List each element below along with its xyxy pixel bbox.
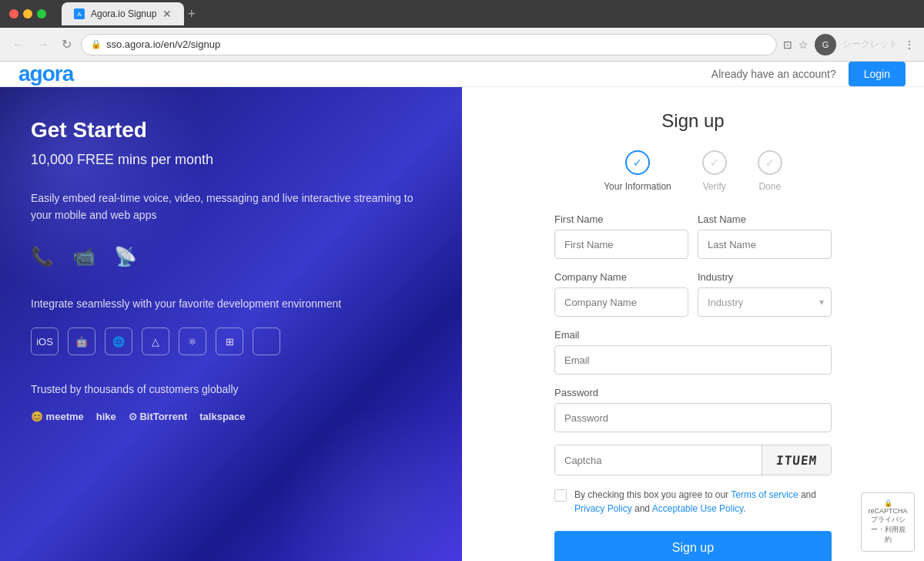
email-label: Email: [554, 329, 832, 341]
step-circle-1: ✓: [625, 150, 650, 175]
tab-bar: A Agora.io Signup ✕ +: [62, 2, 915, 25]
captcha-input[interactable]: [555, 445, 762, 475]
step-circle-2: ✓: [702, 150, 727, 175]
last-name-group: Last Name: [698, 213, 832, 259]
industry-group: Industry Industry Technology Finance Hea…: [698, 271, 832, 317]
signup-title: Sign up: [661, 110, 724, 132]
free-mins-text: 10,000 FREE mins per month: [31, 152, 431, 168]
step-label-3: Done: [758, 181, 781, 192]
platform-icons: iOS 🤖 🌐 △ ⚛ ⊞: [31, 328, 431, 355]
right-panel: Sign up ✓ Your Information ✓ Verify ✓ Do…: [462, 87, 924, 561]
terms-link[interactable]: Terms of service: [731, 489, 798, 500]
phone-icon: 📞: [31, 246, 54, 267]
first-name-input[interactable]: [554, 230, 688, 259]
left-content: Get Started 10,000 FREE mins per month E…: [31, 118, 431, 422]
terms-text: By checking this box you agree to our Te…: [574, 488, 832, 516]
bookmark-icon[interactable]: ☆: [798, 39, 808, 51]
address-bar[interactable]: 🔒 sso.agora.io/en/v2/signup: [81, 34, 777, 55]
tab-label: Agora.io Signup: [91, 8, 156, 19]
step-label-1: Your Information: [604, 181, 671, 192]
recaptcha-icon: 🔒: [868, 499, 908, 507]
password-group: Password: [554, 387, 832, 432]
captcha-text: ITUEM: [775, 453, 818, 468]
trusted-text: Trusted by thousands of customers global…: [31, 383, 431, 395]
web-icon: 🌐: [105, 328, 132, 355]
period: .: [743, 503, 745, 514]
talkspace-logo: talkspace: [199, 411, 245, 422]
step-label-2: Verify: [703, 181, 726, 192]
content: Get Started 10,000 FREE mins per month E…: [0, 87, 924, 561]
incognito-label: シークレット: [842, 38, 898, 51]
email-input[interactable]: [554, 345, 832, 375]
minimize-button[interactable]: [23, 9, 32, 18]
checkbox-prefix: By checking this box you agree to our: [574, 489, 731, 500]
new-tab-button[interactable]: +: [187, 6, 196, 22]
company-name-label: Company Name: [554, 271, 688, 283]
acceptable-link[interactable]: Acceptable Use Policy: [652, 503, 744, 514]
password-label: Password: [554, 387, 832, 398]
terms-checkbox-row: By checking this box you agree to our Te…: [554, 488, 832, 516]
step-done: ✓ Done: [758, 150, 782, 192]
name-row: First Name Last Name: [554, 213, 832, 259]
broadcast-icon: 📡: [114, 246, 137, 267]
menu-icon[interactable]: ⋮: [904, 39, 915, 51]
lock-icon: 🔒: [91, 39, 102, 49]
active-tab[interactable]: A Agora.io Signup ✕: [62, 2, 184, 25]
and-text: and: [798, 489, 816, 500]
app: agora Already have an account? Login Get…: [0, 62, 924, 561]
last-name-input[interactable]: [698, 230, 832, 259]
meetme-logo: 😊 meetme: [31, 411, 84, 422]
left-panel: Get Started 10,000 FREE mins per month E…: [0, 87, 462, 561]
partner-logos: 😊 meetme hike ⊙ BitTorrent talkspace: [31, 411, 431, 422]
profile-button[interactable]: G: [815, 34, 836, 55]
captcha-row: ITUEM: [554, 445, 832, 475]
company-name-input[interactable]: [554, 287, 688, 317]
industry-select[interactable]: Industry Technology Finance Healthcare E…: [698, 287, 832, 317]
and2-text: and: [632, 503, 652, 514]
company-name-group: Company Name: [554, 271, 688, 317]
industry-select-wrapper: Industry Technology Finance Healthcare E…: [698, 287, 832, 317]
ios-icon: iOS: [31, 328, 59, 355]
app-header: agora Already have an account? Login: [0, 62, 924, 87]
first-name-label: First Name: [554, 213, 688, 225]
url-text: sso.agora.io/en/v2/signup: [106, 39, 767, 50]
recaptcha-text: reCAPTCHAプライバシー・利用規約: [868, 507, 908, 545]
windows-icon: ⊞: [216, 328, 243, 355]
header-right: Already have an account? Login: [711, 62, 906, 86]
captcha-image: ITUEM: [762, 445, 831, 475]
password-input[interactable]: [554, 403, 832, 432]
maximize-button[interactable]: [37, 9, 46, 18]
terms-checkbox[interactable]: [554, 489, 567, 502]
android-icon: 🤖: [68, 328, 95, 355]
step-verify: ✓ Verify: [702, 150, 727, 192]
privacy-link[interactable]: Privacy Policy: [574, 503, 632, 514]
feature-icons: 📞 📹 📡: [31, 246, 431, 267]
login-button[interactable]: Login: [849, 62, 906, 86]
traffic-lights: [9, 9, 46, 18]
signup-form: First Name Last Name Company Name: [554, 213, 832, 561]
company-industry-row: Company Name Industry Industry Technolog…: [554, 271, 832, 317]
recaptcha-badge: 🔒 reCAPTCHAプライバシー・利用規約: [861, 492, 915, 552]
apple-icon: [253, 328, 280, 355]
browser-toolbar: ← → ↻ 🔒 sso.agora.io/en/v2/signup ⊡ ☆ G …: [0, 28, 924, 62]
first-name-group: First Name: [554, 213, 688, 259]
step-your-information: ✓ Your Information: [604, 150, 671, 192]
agora-logo: agora: [18, 62, 73, 86]
last-name-label: Last Name: [698, 213, 832, 225]
toolbar-actions: ⊡ ☆ G シークレット ⋮: [783, 34, 915, 55]
bittorrent-logo: ⊙ BitTorrent: [129, 411, 187, 422]
forward-button[interactable]: →: [34, 35, 52, 55]
tab-close-icon[interactable]: ✕: [162, 8, 172, 20]
signup-button[interactable]: Sign up: [554, 531, 832, 561]
refresh-button[interactable]: ↻: [59, 34, 75, 55]
react-icon: ⚛: [179, 328, 206, 355]
tab-favicon: A: [74, 8, 85, 19]
cast-icon[interactable]: ⊡: [783, 39, 792, 51]
back-button[interactable]: ←: [9, 35, 28, 55]
unity-icon: △: [142, 328, 169, 355]
already-text: Already have an account?: [711, 68, 836, 80]
step-circle-3: ✓: [758, 150, 782, 175]
video-icon: 📹: [72, 246, 95, 267]
close-button[interactable]: [9, 9, 18, 18]
get-started-heading: Get Started: [31, 118, 431, 143]
